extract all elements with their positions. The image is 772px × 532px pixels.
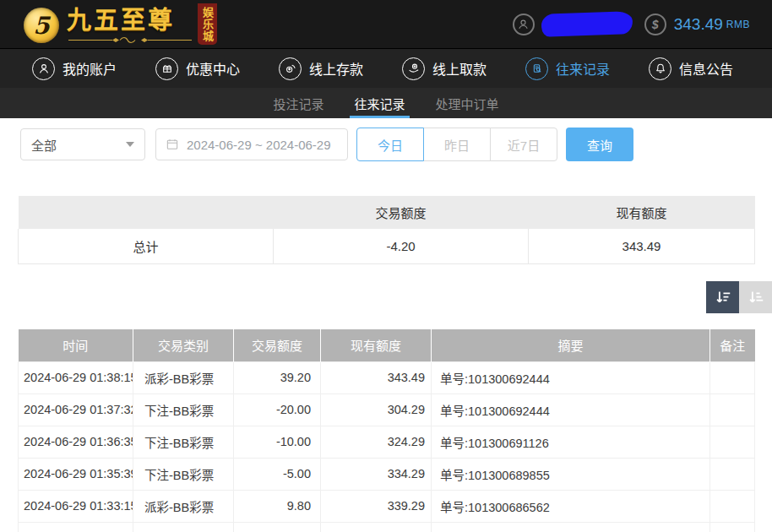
col-header-time: 时间 — [19, 329, 133, 361]
user-icon — [32, 57, 55, 80]
tab-transaction-records[interactable]: 往来记录 — [354, 88, 405, 118]
nav-item-promotions[interactable]: 优惠中心 — [155, 57, 240, 80]
gift-icon — [155, 57, 178, 80]
cell-amount: 9.80 — [234, 490, 321, 522]
cell-summary: 单号:101300689855 — [432, 458, 710, 490]
cell-remark — [710, 458, 755, 490]
cell-balance: 324.29 — [321, 426, 432, 458]
nav-item-label: 线上存款 — [309, 58, 363, 79]
dollar-icon: $ — [644, 14, 666, 35]
cell-type — [133, 522, 234, 532]
logo-emblem-icon: 5 — [24, 8, 59, 43]
quick-range-today-button[interactable]: 今日 — [356, 128, 424, 161]
col-header-summary: 摘要 — [432, 329, 710, 361]
nav-item-label: 优惠中心 — [186, 58, 240, 79]
transactions-section: 时间 交易类别 交易额度 现有额度 摘要 备注 2024-06-29 01:38… — [18, 329, 755, 532]
records-icon — [525, 57, 548, 80]
nav-item-announcements[interactable]: 信息公告 — [649, 57, 733, 80]
sort-descending-button[interactable] — [706, 281, 739, 313]
chevron-down-icon — [126, 142, 134, 147]
nav-item-records[interactable]: 往来记录 — [525, 57, 610, 80]
col-header-type: 交易类别 — [133, 329, 234, 361]
type-select-value: 全部 — [31, 136, 57, 154]
nav-item-label: 线上取款 — [432, 58, 487, 79]
logo-flourish-icon — [67, 36, 193, 44]
nav-item-my-account[interactable]: 我的账户 — [32, 57, 117, 80]
main-nav: 我的账户 优惠中心 线上存款 线上取款 往来记录 — [0, 48, 772, 88]
page: 5 九五至尊 娱乐城 $ 343.49 RMB — [0, 0, 772, 532]
cell-amount: 39.20 — [234, 361, 321, 394]
calendar-icon — [166, 138, 179, 151]
summary-total-row: 总计 -4.20 343.49 — [19, 229, 755, 263]
cell-time: 2024-06-29 01:36:35 — [19, 426, 133, 458]
deposit-icon — [279, 57, 302, 80]
type-select[interactable]: 全部 — [20, 128, 145, 160]
filter-bar: 全部 2024-06-29 ~ 2024-06-29 今日 昨日 近7日 查询 — [20, 128, 633, 161]
summary-header-current-balance: 现有额度 — [529, 196, 755, 229]
col-header-amount: 交易额度 — [234, 329, 321, 361]
cell-amount: -10.00 — [234, 426, 321, 458]
summary-trade-amount: -4.20 — [274, 229, 529, 263]
cell-balance: 339.29 — [321, 490, 432, 522]
date-range-input[interactable]: 2024-06-29 ~ 2024-06-29 — [155, 128, 348, 160]
quick-range-yesterday-button[interactable]: 昨日 — [423, 128, 491, 161]
account-area: $ 343.49 RMB — [513, 13, 750, 35]
cell-summary: 单号:101300692444 — [432, 394, 710, 426]
cell-remark — [710, 361, 755, 394]
cell-remark — [710, 394, 755, 426]
search-button[interactable]: 查询 — [566, 128, 633, 161]
cell-amount — [234, 522, 321, 532]
table-row: 2024-06-29 01:36:35 下注-BB彩票 -10.00 324.2… — [19, 426, 755, 458]
cell-balance: 304.29 — [321, 394, 432, 426]
top-header: 5 九五至尊 娱乐城 $ 343.49 RMB — [0, 0, 772, 48]
logo-title: 九五至尊 — [67, 8, 193, 33]
cell-type: 派彩-BB彩票 — [133, 490, 234, 522]
nav-item-label: 我的账户 — [63, 58, 117, 79]
withdraw-icon — [402, 57, 425, 80]
cell-type: 下注-BB彩票 — [133, 426, 234, 458]
user-avatar-icon[interactable] — [513, 14, 535, 35]
transactions-body: 2024-06-29 01:38:15 派彩-BB彩票 39.20 343.49… — [19, 361, 755, 532]
cell-time — [19, 522, 133, 532]
sort-descending-icon — [714, 288, 732, 307]
nav-item-label: 信息公告 — [679, 58, 733, 79]
summary-current-balance: 343.49 — [529, 229, 755, 263]
cell-balance — [321, 522, 432, 532]
cell-time: 2024-06-29 01:35:39 — [19, 458, 133, 490]
transactions-header-row: 时间 交易类别 交易额度 现有额度 摘要 备注 — [19, 329, 755, 361]
summary-header-blank — [19, 196, 274, 229]
tab-pending-orders[interactable]: 处理中订单 — [436, 88, 499, 118]
table-row — [19, 522, 755, 532]
dollar-glyph: $ — [652, 18, 659, 31]
col-header-remark: 备注 — [710, 329, 755, 361]
cell-time: 2024-06-29 01:33:15 — [19, 490, 133, 522]
quick-range-7days-button[interactable]: 近7日 — [490, 128, 557, 161]
site-logo[interactable]: 5 九五至尊 娱乐城 — [24, 3, 217, 45]
transactions-table: 时间 交易类别 交易额度 现有额度 摘要 备注 2024-06-29 01:38… — [18, 329, 755, 532]
cell-balance: 334.29 — [321, 458, 432, 490]
sub-nav: 投注记录 往来记录 处理中订单 — [0, 88, 772, 118]
cell-balance: 343.49 — [321, 361, 432, 394]
tab-bet-records[interactable]: 投注记录 — [273, 88, 323, 118]
cell-summary — [432, 522, 710, 532]
table-row: 2024-06-29 01:38:15 派彩-BB彩票 39.20 343.49… — [19, 361, 755, 394]
date-range-value: 2024-06-29 ~ 2024-06-29 — [187, 138, 331, 152]
summary-header-trade-amount: 交易额度 — [274, 196, 529, 229]
sort-ascending-button[interactable] — [739, 281, 772, 313]
cell-type: 下注-BB彩票 — [133, 394, 234, 426]
cell-type: 派彩-BB彩票 — [133, 361, 234, 394]
cell-summary: 单号:101300691126 — [432, 426, 710, 458]
bell-icon — [649, 57, 671, 80]
sort-ascending-icon — [747, 288, 765, 307]
nav-item-deposit[interactable]: 线上存款 — [279, 57, 363, 80]
table-row: 2024-06-29 01:37:32 下注-BB彩票 -20.00 304.2… — [19, 394, 755, 426]
nav-item-withdraw[interactable]: 线上取款 — [402, 57, 487, 80]
logo-badge: 娱乐城 — [198, 3, 217, 45]
col-header-balance: 现有额度 — [321, 329, 432, 361]
cell-type: 下注-BB彩票 — [133, 458, 234, 490]
cell-remark — [710, 522, 755, 532]
cell-amount: -5.00 — [234, 458, 321, 490]
table-row: 2024-06-29 01:33:15 派彩-BB彩票 9.80 339.29 … — [19, 490, 755, 522]
summary-header-row: 交易额度 现有额度 — [19, 196, 755, 229]
nav-item-label: 往来记录 — [556, 58, 610, 79]
